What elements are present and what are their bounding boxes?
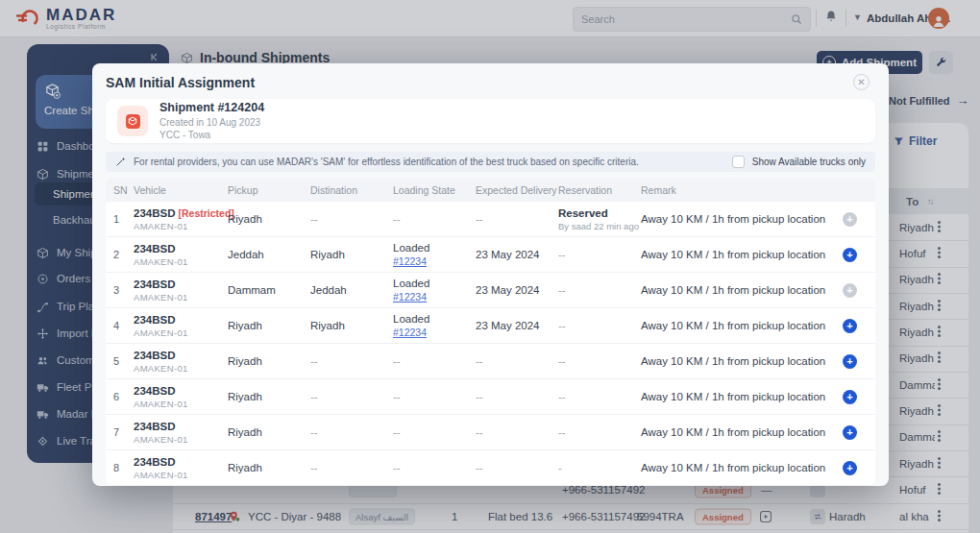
vehicle-name: 234BSD: [134, 456, 228, 468]
col-expected-delivery: Expected Delivery: [476, 184, 558, 196]
modal-title: SAM Initial Assignment: [106, 75, 255, 90]
wand-icon: [115, 157, 126, 167]
loading-state-cell: --: [393, 462, 476, 473]
expected-delivery-cell: 23 May 2024: [476, 249, 558, 260]
vehicle-cell: 234BSD[Restricted]AMAKEN-01: [134, 207, 228, 231]
remark-cell: Away 10 KM / 1h from pickup location: [641, 462, 843, 473]
pickup-cell: Dammam: [228, 284, 310, 296]
loading-state-cell: --: [393, 426, 476, 438]
expected-delivery-cell: --: [476, 391, 558, 402]
pickup-cell: Riyadh: [228, 462, 310, 473]
loading-state-cell: Loaded#12234: [393, 242, 476, 267]
distination-cell: Riyadh: [310, 320, 393, 331]
remark-cell: Away 10 KM / 1h from pickup location: [641, 284, 843, 296]
loading-label: Loaded: [393, 278, 476, 289]
reservation-cell: --: [558, 355, 641, 367]
vehicle-name: 234BSD: [134, 350, 228, 361]
loading-ref-link[interactable]: #12234: [393, 327, 476, 338]
assign-truck-plus-icon-disabled: +: [843, 212, 857, 227]
sn-cell: 6: [110, 391, 134, 402]
sam-truck-row: 1234BSD[Restricted]AMAKEN-01Riyadh------…: [106, 202, 875, 237]
vehicle-id: AMAKEN-01: [134, 256, 228, 267]
pickup-cell: Riyadh: [228, 426, 310, 438]
expected-delivery-cell: --: [476, 462, 558, 473]
sam-table-header: SN Vehicle Pickup Distination Loading St…: [106, 178, 875, 202]
sn-cell: 3: [110, 284, 134, 296]
col-pickup: Pickup: [228, 184, 310, 196]
expected-delivery-cell: --: [476, 355, 558, 367]
loading-state-cell: Loaded#12234: [393, 313, 476, 338]
sam-truck-row: 3234BSDAMAKEN-01DammamJeddahLoaded#12234…: [106, 273, 875, 308]
sam-truck-row: 4234BSDAMAKEN-01RiyadhRiyadhLoaded#12234…: [106, 308, 875, 344]
loading-state-cell: --: [393, 391, 476, 402]
loading-ref-link[interactable]: #12234: [393, 291, 476, 303]
sam-truck-row: 6234BSDAMAKEN-01Riyadh--------Away 10 KM…: [106, 379, 875, 415]
expected-delivery-cell: --: [476, 213, 558, 225]
reservation-cell: --: [558, 391, 641, 402]
vehicle-cell: 234BSDAMAKEN-01: [134, 421, 228, 445]
sn-cell: 7: [110, 426, 134, 438]
vehicle-id: AMAKEN-01: [134, 470, 228, 480]
col-vehicle: Vehicle: [134, 184, 228, 196]
remark-cell: Away 10 KM / 1h from pickup location: [641, 213, 843, 225]
loading-ref-link[interactable]: #12234: [393, 255, 476, 267]
remark-cell: Away 10 KM / 1h from pickup location: [641, 320, 843, 331]
vehicle-id: AMAKEN-01: [134, 327, 228, 338]
vehicle-name: 234BSD: [134, 385, 228, 397]
pickup-cell: Riyadh: [228, 213, 310, 225]
remark-cell: Away 10 KM / 1h from pickup location: [641, 355, 843, 367]
shipment-package-icon: [117, 106, 148, 136]
vehicle-id: AMAKEN-01: [134, 434, 228, 445]
col-reservation: Reservation: [558, 184, 641, 196]
distination-cell: Riyadh: [310, 249, 393, 260]
remark-cell: Away 10 KM / 1h from pickup location: [641, 426, 843, 438]
vehicle-id: AMAKEN-01: [134, 363, 228, 374]
distination-cell: --: [310, 355, 393, 367]
sam-trucks-table: SN Vehicle Pickup Distination Loading St…: [106, 178, 875, 486]
assign-truck-plus-icon[interactable]: +: [843, 319, 857, 333]
sn-cell: 2: [110, 249, 134, 260]
assign-truck-plus-icon[interactable]: +: [843, 390, 857, 404]
reservation-cell: -: [558, 462, 641, 473]
col-loading-state: Loading State: [393, 184, 476, 196]
expected-delivery-cell: 23 May 2024: [476, 284, 558, 296]
pickup-cell: Riyadh: [228, 355, 310, 367]
reservation-cell: ReservedBy saad 22 min ago: [558, 207, 641, 231]
vehicle-cell: 234BSDAMAKEN-01: [134, 314, 228, 338]
vehicle-name: 234BSD: [134, 243, 228, 254]
sam-initial-assignment-modal: SAM Initial Assignment ✕ Shipment #12420…: [92, 63, 889, 486]
reservation-cell: --: [558, 284, 641, 296]
pickup-cell: Riyadh: [228, 320, 310, 331]
loading-label: Loaded: [393, 313, 476, 325]
show-available-label: Show Available trucks only: [752, 157, 866, 167]
sn-cell: 8: [110, 462, 134, 473]
col-distination: Distination: [310, 184, 393, 196]
show-available-checkbox[interactable]: [732, 156, 745, 168]
distination-cell: --: [310, 391, 393, 402]
assign-truck-plus-icon-disabled: +: [843, 283, 857, 298]
sam-truck-row: 8234BSDAMAKEN-01Riyadh-------Away 10 KM …: [106, 450, 875, 486]
loading-state-cell: Loaded#12234: [393, 278, 476, 303]
assign-truck-plus-icon[interactable]: +: [843, 248, 857, 262]
reservation-cell: --: [558, 249, 641, 260]
vehicle-name: 234BSD: [134, 279, 228, 290]
sam-truck-row: 5234BSDAMAKEN-01Riyadh--------Away 10 KM…: [106, 344, 875, 379]
sn-cell: 5: [110, 355, 134, 367]
assign-truck-plus-icon[interactable]: +: [843, 354, 857, 369]
reservation-status: Reserved: [558, 207, 641, 219]
assign-truck-plus-icon[interactable]: +: [843, 425, 857, 440]
loading-state-cell: --: [393, 213, 476, 225]
sn-cell: 4: [110, 320, 134, 331]
vehicle-name: 234BSD: [134, 421, 228, 432]
distination-cell: --: [310, 462, 393, 473]
assign-truck-plus-icon[interactable]: +: [843, 461, 857, 475]
loading-label: Loaded: [393, 242, 476, 254]
distination-cell: Jeddah: [310, 284, 393, 296]
vehicle-cell: 234BSDAMAKEN-01: [134, 385, 228, 409]
vehicle-cell: 234BSDAMAKEN-01: [134, 279, 228, 303]
shipment-created: Created in 10 Aug 2023: [159, 116, 264, 129]
sam-truck-row: 7234BSDAMAKEN-01Riyadh--------Away 10 KM…: [106, 415, 875, 450]
close-icon[interactable]: ✕: [853, 74, 870, 90]
vehicle-id: AMAKEN-01: [134, 292, 228, 303]
vehicle-name: 234BSD: [134, 314, 228, 326]
